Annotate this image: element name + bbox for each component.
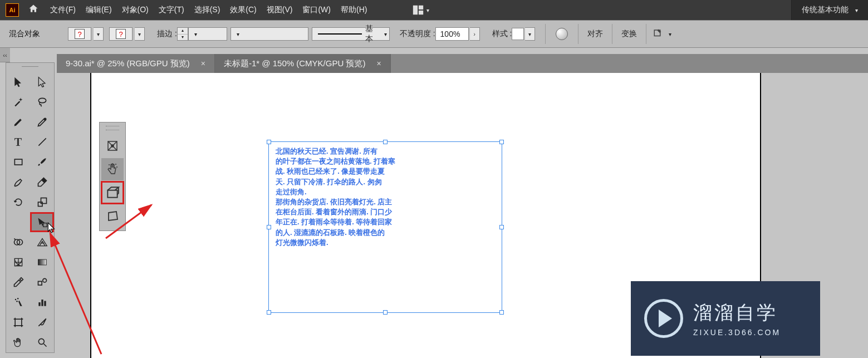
free-transform-tool[interactable] xyxy=(30,212,54,232)
scale-tool[interactable] xyxy=(30,192,54,212)
mesh-tool[interactable] xyxy=(6,252,30,272)
recolor-artwork-icon[interactable] xyxy=(556,28,568,40)
rotate-tool[interactable] xyxy=(6,192,30,212)
symbol-sprayer-tool[interactable] xyxy=(6,292,30,312)
slice-tool[interactable] xyxy=(30,312,54,332)
menu-edit[interactable]: 编辑(E) xyxy=(86,5,112,15)
free-transform-widget[interactable] xyxy=(99,122,126,231)
stroke-swatch[interactable]: ? xyxy=(109,27,133,41)
transform-panel-button[interactable]: 变换 xyxy=(617,29,641,39)
svg-rect-2 xyxy=(419,11,423,14)
tab-title: 9-30.ai* @ 25% (RGB/GPU 预览) xyxy=(66,58,190,69)
direct-selection-tool[interactable] xyxy=(30,72,54,92)
menu-object[interactable]: 对象(O) xyxy=(122,5,149,15)
tab-doc-2[interactable]: 未标题-1* @ 150% (CMYK/GPU 预览) × xyxy=(215,54,391,73)
free-distort-tool[interactable] xyxy=(101,205,124,227)
rectangle-tool[interactable] xyxy=(6,152,30,172)
watermark-overlay: 溜溜自学 ZIXUE.3D66.COM xyxy=(631,281,820,356)
document-canvas[interactable]: 北国的秋天已经. 宣告凋谢. 所有的叶子都在一夜之间枯黄落地. 打着寒战. 秋雨… xyxy=(57,73,868,358)
home-icon[interactable] xyxy=(28,3,39,17)
magic-wand-tool[interactable] xyxy=(6,92,30,112)
blend-tool[interactable] xyxy=(30,272,54,292)
lasso-tool[interactable] xyxy=(30,92,54,112)
svg-point-17 xyxy=(14,299,16,301)
stroke-preview-icon xyxy=(318,33,362,35)
opacity-label: 不透明度 : xyxy=(393,29,435,39)
menu-bar: Ai 文件(F) 编辑(E) 对象(O) 文字(T) 选择(S) 效果(C) 视… xyxy=(0,0,868,20)
arrange-documents[interactable]: ▾ xyxy=(412,4,429,16)
workspace-label: 传统基本功能 xyxy=(802,5,849,15)
shape-builder-tool[interactable] xyxy=(6,232,30,252)
options-menu-caret[interactable]: ▾ xyxy=(665,31,675,37)
separator xyxy=(612,24,612,44)
fill-swatch[interactable]: ? xyxy=(68,27,91,41)
width-tool[interactable] xyxy=(6,212,30,232)
column-graph-tool[interactable] xyxy=(30,292,54,312)
svg-point-30 xyxy=(116,166,117,168)
workspace-switcher[interactable]: 传统基本功能 ▾ xyxy=(791,0,868,20)
eraser-tool[interactable] xyxy=(30,172,54,192)
shaper-tool[interactable] xyxy=(6,172,30,192)
curvature-tool[interactable] xyxy=(30,112,54,132)
close-icon[interactable]: × xyxy=(201,59,205,68)
menu-file[interactable]: 文件(F) xyxy=(50,5,76,15)
brush-definition[interactable]: 基本 ▾ xyxy=(312,27,390,41)
hand-tool[interactable] xyxy=(6,332,30,352)
resize-handle[interactable] xyxy=(267,225,271,229)
align-panel-button[interactable]: 对齐 xyxy=(583,29,607,39)
graphic-style-dropdown[interactable]: ▾ xyxy=(525,27,535,41)
resize-handle[interactable] xyxy=(267,310,271,315)
type-tool[interactable]: T xyxy=(6,132,30,152)
svg-point-29 xyxy=(115,164,116,165)
panel-collapse-chevron[interactable]: ‹‹ xyxy=(0,48,10,62)
selection-type-label: 混合对象 xyxy=(3,29,46,39)
resize-handle[interactable] xyxy=(267,140,271,144)
svg-rect-1 xyxy=(419,6,423,9)
stroke-weight-label: 描边 : xyxy=(150,29,177,39)
menu-effect[interactable]: 效果(C) xyxy=(230,5,256,15)
svg-rect-7 xyxy=(14,159,22,165)
selection-tool[interactable] xyxy=(6,72,30,92)
panel-drag-handle[interactable] xyxy=(6,64,54,68)
app-logo: Ai xyxy=(6,3,19,17)
resize-handle[interactable] xyxy=(499,310,504,315)
tab-title: 未标题-1* @ 150% (CMYK/GPU 预览) xyxy=(224,58,365,69)
opacity-dropdown[interactable]: › xyxy=(470,27,480,41)
resize-handle[interactable] xyxy=(499,225,504,229)
close-icon[interactable]: × xyxy=(376,59,381,68)
menu-window[interactable]: 窗口(W) xyxy=(302,5,331,15)
resize-handle[interactable] xyxy=(383,310,388,315)
zoom-tool[interactable] xyxy=(30,332,54,352)
line-tool[interactable] xyxy=(30,132,54,152)
menu-view[interactable]: 视图(V) xyxy=(267,5,293,15)
selection-bounding-box[interactable]: 北国的秋天已经. 宣告凋谢. 所有的叶子都在一夜之间枯黄落地. 打着寒战. 秋雨… xyxy=(268,141,502,313)
svg-point-28 xyxy=(109,164,110,165)
stroke-weight-stepper[interactable]: ▴▾ xyxy=(177,27,188,41)
svg-point-16 xyxy=(42,278,46,282)
panel-drag-handle[interactable] xyxy=(106,126,119,130)
isolate-group-icon[interactable] xyxy=(651,28,665,40)
artboard-tool[interactable] xyxy=(6,312,30,332)
pen-tool[interactable] xyxy=(6,112,30,132)
stroke-weight-dropdown[interactable]: ▾ xyxy=(188,27,227,41)
resize-handle[interactable] xyxy=(383,140,388,144)
free-transform-touch[interactable] xyxy=(101,158,124,180)
fill-dropdown[interactable]: ▾ xyxy=(94,27,104,41)
stroke-dropdown[interactable]: ▾ xyxy=(135,27,145,41)
graphic-style-swatch[interactable] xyxy=(512,28,524,40)
opacity-input[interactable]: 100% xyxy=(435,27,469,41)
menu-help[interactable]: 帮助(H) xyxy=(341,5,367,15)
eyedropper-tool[interactable] xyxy=(6,272,30,292)
free-transform-constrain[interactable] xyxy=(101,182,124,204)
paintbrush-tool[interactable] xyxy=(30,152,54,172)
variable-width-profile[interactable]: ▾ xyxy=(231,27,308,41)
puppet-warp-tool[interactable] xyxy=(101,135,124,157)
tab-doc-1[interactable]: 9-30.ai* @ 25% (RGB/GPU 预览) × xyxy=(57,54,215,73)
menu-type[interactable]: 文字(T) xyxy=(159,5,184,15)
resize-handle[interactable] xyxy=(499,140,504,144)
options-bar: 混合对象 ? ▾ ? ▾ 描边 : ▴▾ ▾ ▾ 基本 ▾ 不透明度 : 100… xyxy=(0,20,868,48)
perspective-tool[interactable] xyxy=(30,232,54,252)
menu-select[interactable]: 选择(S) xyxy=(194,5,220,15)
gradient-tool[interactable] xyxy=(30,252,54,272)
separator xyxy=(578,24,578,44)
